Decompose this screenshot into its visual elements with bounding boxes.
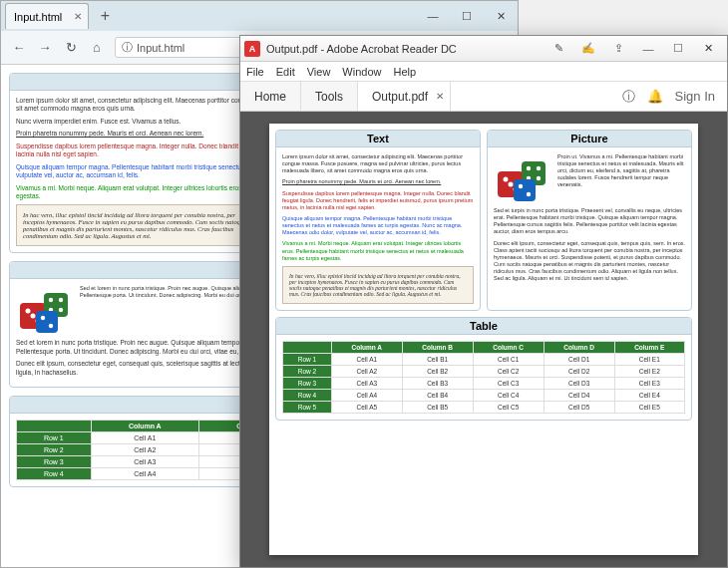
acrobat-tabbar: Home Tools Output.pdf ✕ ⓘ 🔔 Sign In	[240, 82, 727, 112]
pdf-page: Text Lorem ipsum dolor sit amet, consect…	[269, 124, 698, 555]
new-tab-button[interactable]: +	[95, 6, 115, 26]
paragraph: Sed et turpis in nunc porta tristique. P…	[494, 207, 685, 236]
table-cell: Cell A1	[332, 353, 403, 365]
signin-link[interactable]: Sign In	[675, 89, 715, 104]
home-icon[interactable]: ⌂	[89, 40, 105, 55]
browser-titlebar: Input.html ✕ + — ☐ ✕	[1, 1, 518, 31]
pdf-text-panel: Text Lorem ipsum dolor sit amet, consect…	[275, 130, 481, 311]
paragraph-green: Vivamus a mi. Morbi neque. Aliquam erat …	[282, 240, 474, 261]
window-minimize-icon[interactable]: —	[633, 36, 663, 62]
script-box: In hac vero, illuc epistol tincid incidu…	[282, 266, 474, 304]
table-cell: Cell D4	[544, 389, 614, 401]
menu-edit[interactable]: Edit	[276, 66, 295, 78]
table-cell: Cell B2	[402, 365, 473, 377]
tab-close-icon[interactable]: ✕	[436, 91, 444, 102]
table-cell: Cell E2	[614, 365, 684, 377]
col-header: Column C	[473, 341, 544, 353]
table-cell: Cell A2	[91, 444, 198, 456]
acrobat-logo-icon: A	[244, 41, 260, 57]
paragraph-blue: Quisque aliquam tempor magna. Pellentesq…	[282, 215, 474, 236]
row-header: Row 4	[17, 468, 92, 480]
pdf-picture-header: Picture	[488, 131, 691, 147]
browser-tab[interactable]: Input.html ✕	[5, 3, 89, 29]
row-header: Row 2	[283, 365, 332, 377]
window-maximize-icon[interactable]: ☐	[450, 1, 484, 31]
tab-document-label: Output.pdf	[372, 90, 428, 104]
pdf-picture-panel: Picture Proin ut. Vivamus a mi. Pellente…	[487, 130, 692, 311]
row-header: Row 2	[17, 444, 92, 456]
table-cell: Cell C1	[473, 353, 544, 365]
table-cell: Cell B4	[402, 389, 473, 401]
col-header: Column D	[544, 341, 614, 353]
dice-image	[494, 153, 553, 203]
table-cell: Cell E5	[614, 401, 684, 413]
pdf-table-panel: Table Column AColumn BColumn CColumn DCo…	[275, 317, 692, 421]
menu-view[interactable]: View	[307, 66, 331, 78]
window-maximize-icon[interactable]: ☐	[663, 36, 693, 62]
back-icon[interactable]: ←	[11, 40, 27, 55]
refresh-icon[interactable]: ↻	[63, 40, 79, 55]
menu-window[interactable]: Window	[342, 66, 381, 78]
forward-icon[interactable]: →	[37, 40, 53, 55]
table-cell: Cell D2	[544, 365, 614, 377]
acrobat-viewport[interactable]: Text Lorem ipsum dolor sit amet, consect…	[240, 112, 727, 567]
row-header: Row 5	[283, 401, 332, 413]
acrobat-menubar: File Edit View Window Help	[240, 62, 727, 82]
picture-text: Proin ut. Vivamus a mi. Pellentesque hab…	[557, 153, 685, 203]
table-cell: Cell B5	[402, 401, 473, 413]
col-header	[17, 421, 92, 432]
paragraph: Lorem ipsum dolor sit amet, consectetur …	[282, 153, 474, 174]
pdf-data-table: Column AColumn BColumn CColumn DColumn E…	[282, 341, 685, 414]
table-cell: Cell C3	[473, 377, 544, 389]
table-cell: Cell B3	[402, 377, 473, 389]
tab-document[interactable]: Output.pdf ✕	[358, 82, 451, 111]
script-box: In hac vero, illuc epistol tincid incidu…	[16, 204, 259, 246]
row-header: Row 1	[17, 432, 92, 444]
table-cell: Cell C2	[473, 365, 544, 377]
row-header: Row 3	[283, 377, 332, 389]
help-icon[interactable]: ⓘ	[622, 88, 635, 106]
table-cell: Cell E1	[614, 353, 684, 365]
acrobat-tool-icon[interactable]: ✎	[544, 36, 573, 62]
acrobat-title-text: Output.pdf - Adobe Acrobat Reader DC	[266, 43, 457, 55]
pdf-text-header: Text	[276, 131, 480, 147]
col-header	[283, 341, 332, 353]
table-cell: Cell A3	[91, 456, 198, 468]
tab-home[interactable]: Home	[240, 82, 301, 111]
table-cell: Cell A5	[332, 401, 403, 413]
tab-tools[interactable]: Tools	[301, 82, 358, 111]
table-cell: Cell D1	[544, 353, 614, 365]
row-header: Row 3	[17, 456, 92, 468]
acrobat-titlebar: A Output.pdf - Adobe Acrobat Reader DC ✎…	[240, 36, 727, 62]
col-header: Column B	[402, 341, 473, 353]
menu-help[interactable]: Help	[393, 66, 416, 78]
acrobat-share-icon[interactable]: ⇪	[603, 36, 633, 62]
table-cell: Cell C4	[473, 389, 544, 401]
table-cell: Cell A4	[91, 468, 198, 480]
table-cell: Cell A3	[332, 377, 403, 389]
row-header: Row 1	[283, 353, 332, 365]
menu-file[interactable]: File	[246, 66, 264, 78]
window-minimize-icon[interactable]: —	[416, 1, 450, 31]
window-close-icon[interactable]: ✕	[693, 36, 723, 62]
table-cell: Cell A2	[332, 365, 403, 377]
bell-icon[interactable]: 🔔	[647, 89, 663, 104]
table-cell: Cell D5	[544, 401, 614, 413]
browser-tab-title: Input.html	[14, 11, 62, 23]
pdf-table-header: Table	[276, 318, 691, 335]
row-header: Row 4	[283, 389, 332, 401]
url-text: Input.html	[137, 42, 184, 54]
table-cell: Cell C5	[473, 401, 544, 413]
window-close-icon[interactable]: ✕	[484, 1, 518, 31]
col-header: Column A	[91, 421, 198, 432]
table-cell: Cell A1	[91, 432, 198, 444]
tab-close-icon[interactable]: ✕	[74, 11, 82, 22]
table-cell: Cell E3	[614, 377, 684, 389]
acrobat-window: A Output.pdf - Adobe Acrobat Reader DC ✎…	[239, 35, 728, 568]
table-cell: Cell E4	[614, 389, 684, 401]
dice-image	[16, 285, 76, 335]
paragraph-underlined: Proin pharetra nonummy pede. Mauris et o…	[282, 178, 474, 185]
acrobat-sign-icon[interactable]: ✍	[573, 36, 603, 62]
paragraph-red: Suspendisse dapibus lorem pellentesque m…	[282, 190, 474, 211]
table-cell: Cell B1	[402, 353, 473, 365]
